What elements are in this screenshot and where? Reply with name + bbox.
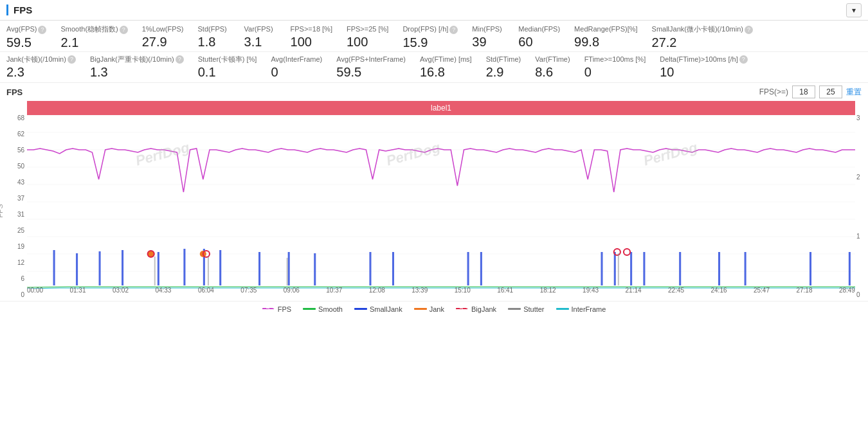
y-left-label: 12	[17, 260, 24, 266]
metric-bigjank: BigJank(严重卡顿)(/10min)? 1.3	[90, 55, 184, 80]
metric-delta-ftime: Delta(FTime)>100ms [/h]? 10	[660, 55, 748, 80]
metric-fps25: FPS>=25 [%] 100	[347, 24, 388, 50]
svg-rect-27	[614, 252, 616, 285]
metric-avg-fps: Avg(FPS)? 59.5	[6, 24, 46, 50]
fps-ge-label: FPS(>=)	[759, 87, 788, 96]
legend-color-fps-legend	[262, 308, 275, 310]
fps18-input[interactable]	[792, 86, 815, 98]
fps-controls: FPS(>=) 重置	[759, 86, 862, 98]
metric-smalljank: SmallJank(微小卡顿)(/10min)? 27.2	[652, 24, 753, 50]
metric-value-std-ftime: 2.9	[486, 65, 504, 80]
svg-rect-16	[183, 249, 185, 285]
metric-value-avg-fps-interframe: 59.5	[336, 65, 361, 80]
metric-value-drop-fps: 15.9	[402, 35, 428, 50]
legend-item-bigjank-legend: BigJank	[456, 305, 496, 313]
metric-jank: Jank(卡顿)(/10min)? 2.3	[6, 55, 76, 80]
reset-button[interactable]: 重置	[846, 87, 862, 98]
legend-item-smalljank-legend: SmallJank	[354, 305, 402, 313]
x-axis-label: 18:12	[540, 287, 556, 294]
legend-item-fps-legend: FPS	[262, 305, 291, 313]
svg-rect-30	[679, 252, 681, 285]
metrics-row-1: Avg(FPS)? 59.5Smooth(稳帧指数)? 2.11%Low(FPS…	[0, 21, 868, 52]
metric-label-avg-fps-interframe: Avg(FPS+InterFrame)	[336, 55, 406, 64]
stutter-bars	[154, 253, 619, 285]
metric-label-low1pct: 1%Low(FPS)	[142, 24, 184, 33]
y-right-label: 3	[856, 115, 860, 122]
metric-drop-fps: Drop(FPS) [/h]? 15.9	[402, 24, 458, 50]
y-left-label: 56	[17, 147, 24, 154]
metric-avg-ftime: Avg(FTime) [ms] 16.8	[420, 55, 472, 80]
smalljank-bars	[53, 249, 851, 285]
metric-var-ftime: Var(FTime) 8.6	[535, 55, 570, 80]
metric-label-median-fps: Median(FPS)	[518, 24, 560, 33]
x-axis-label: 25:47	[754, 287, 770, 294]
metric-value-std-fps: 1.8	[198, 35, 216, 50]
svg-rect-44	[618, 253, 619, 285]
svg-rect-23	[392, 252, 394, 285]
help-icon[interactable]: ?	[176, 55, 184, 64]
svg-rect-13	[99, 251, 101, 285]
svg-rect-43	[287, 258, 288, 285]
metric-var-fps: Var(FPS) 3.1	[244, 24, 276, 50]
y-left-label: 62	[17, 131, 24, 138]
metric-value-var-ftime: 8.6	[535, 65, 553, 80]
x-axis-label: 00:00	[27, 287, 43, 294]
x-axis-label: 22:45	[668, 287, 684, 294]
chart-area: PerfDog PerfDog PerfDog label1 686256504…	[0, 101, 868, 316]
x-axis-label: 09:06	[284, 287, 300, 294]
metric-value-jank: 2.3	[6, 65, 24, 80]
x-axis-label: 06:04	[198, 287, 214, 294]
metric-value-bigjank: 1.3	[90, 65, 108, 80]
metric-avg-interframe: Avg(InterFrame) 0	[271, 55, 322, 80]
legend-bar: FPS Smooth SmallJank Jank BigJank Stutte…	[0, 301, 868, 316]
metric-label-jank: Jank(卡顿)(/10min)?	[6, 55, 76, 64]
x-axis-label: 12:08	[369, 287, 385, 294]
metric-avg-fps-interframe: Avg(FPS+InterFrame) 59.5	[336, 55, 406, 80]
y-left-label: 31	[17, 212, 24, 218]
metric-label-medrange-fps: MedRange(FPS)[%]	[574, 24, 637, 33]
legend-item-interframe-legend: InterFrame	[556, 305, 606, 313]
legend-color-smalljank-legend	[354, 308, 367, 310]
help-icon[interactable]: ?	[38, 26, 46, 34]
svg-point-40	[624, 249, 630, 255]
metric-label-var-ftime: Var(FTime)	[535, 55, 570, 64]
help-icon[interactable]: ?	[120, 26, 128, 34]
x-axis-label: 16:41	[497, 287, 513, 294]
help-icon[interactable]: ?	[745, 26, 753, 34]
metric-value-avg-fps: 59.5	[6, 35, 32, 50]
page-title: FPS	[6, 4, 32, 15]
fps-chart-header: FPS FPS(>=) 重置	[0, 83, 868, 101]
svg-rect-12	[76, 253, 78, 285]
help-icon[interactable]: ?	[449, 26, 458, 34]
metric-label-avg-fps: Avg(FPS)?	[6, 24, 46, 34]
help-icon[interactable]: ?	[739, 55, 748, 64]
svg-rect-14	[122, 250, 123, 285]
legend-color-smooth-legend	[303, 308, 316, 310]
dropdown-button[interactable]: ▾	[846, 3, 862, 17]
legend-label-smalljank-legend: SmallJank	[370, 305, 402, 313]
svg-rect-29	[643, 252, 645, 285]
metric-value-avg-interframe: 0	[271, 65, 278, 80]
metric-label-std-fps: Std(FPS)	[198, 24, 227, 33]
label1-text: label1	[431, 104, 451, 113]
metric-label-min-fps: Min(FPS)	[472, 24, 502, 33]
svg-rect-15	[158, 252, 159, 285]
x-axis-label: 10:37	[326, 287, 342, 294]
fps25-input[interactable]	[819, 86, 842, 98]
svg-rect-28	[630, 252, 632, 285]
y-axis-right: 3210	[855, 115, 868, 298]
metric-value-delta-ftime: 10	[660, 65, 674, 80]
metric-stutter: Stutter(卡顿率) [%] 0.1	[198, 55, 257, 80]
metrics-row-2: Jank(卡顿)(/10min)? 2.3BigJank(严重卡顿)(/10mi…	[0, 52, 868, 84]
metric-label-ftime100: FTime>=100ms [%]	[584, 55, 646, 64]
legend-label-stutter-legend: Stutter	[523, 305, 544, 313]
y-left-label: 37	[17, 195, 24, 202]
x-axis-label: 13:39	[411, 287, 428, 294]
help-icon[interactable]: ?	[68, 55, 76, 64]
y-left-label: 6	[21, 276, 24, 282]
metric-value-var-fps: 3.1	[244, 35, 262, 50]
x-axis-label: 28:49	[839, 287, 855, 294]
metric-label-stutter: Stutter(卡顿率) [%]	[198, 55, 257, 64]
y-axis-left: 6862565043373125191260	[0, 115, 27, 298]
svg-rect-26	[601, 252, 602, 285]
